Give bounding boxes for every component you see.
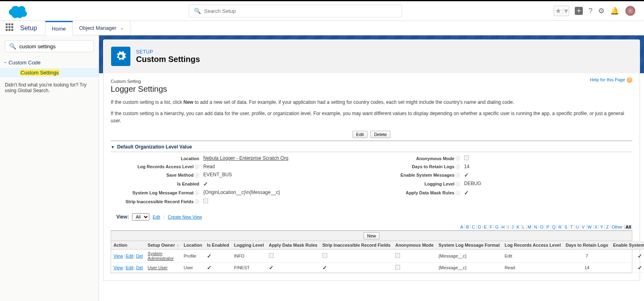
letter-filter-L[interactable]: L (521, 225, 526, 229)
label-is-enabled: Is Enabled (111, 181, 203, 187)
letter-filter-O[interactable]: O (539, 225, 545, 229)
label-log-level: Logging Leveli (372, 181, 464, 187)
cell-datamask: ✓ (266, 263, 320, 273)
sidebar-item-custom-settings[interactable]: Custom Settings (0, 68, 99, 77)
new-button[interactable]: New (363, 232, 380, 239)
gear-icon (111, 47, 130, 66)
app-nav: Setup Home Object Manager ⌄ (0, 21, 644, 35)
letter-filter-X[interactable]: X (593, 225, 599, 229)
app-title: Setup (20, 25, 37, 32)
letter-filter-U[interactable]: U (574, 225, 580, 229)
letter-filter-D[interactable]: D (477, 225, 483, 229)
letter-filter-M[interactable]: M (526, 225, 533, 229)
sidebar-search[interactable]: 🔍 (5, 40, 94, 52)
letter-filter-B[interactable]: B (465, 225, 471, 229)
tab-object-manager[interactable]: Object Manager ⌄ (73, 21, 131, 35)
letter-filter-F[interactable]: F (488, 225, 494, 229)
section-header[interactable]: ▼ Default Organization Level Value (111, 142, 632, 152)
global-search[interactable]: 🔍 (189, 4, 402, 17)
cell-strip: ✓ (320, 263, 393, 273)
view-select[interactable]: All (132, 213, 149, 221)
quick-find-input[interactable] (19, 43, 89, 49)
create-view-link[interactable]: Create New View (168, 214, 202, 219)
letter-filter-K[interactable]: K (515, 225, 521, 229)
global-search-input[interactable] (204, 8, 397, 14)
value-is-enabled: ✓ (203, 181, 372, 187)
value-location: Nebula Logger - Enterprise Scratch Org (203, 155, 372, 161)
col-days[interactable]: Days to Retain Logs (563, 241, 611, 249)
letter-filter-I[interactable]: I (506, 225, 510, 229)
col-location[interactable]: Location (181, 241, 204, 249)
edit-link[interactable]: Edit (126, 254, 134, 258)
tab-home[interactable]: Home (45, 21, 73, 35)
salesforce-logo[interactable] (8, 4, 29, 18)
row-actions: View|Edit|Del (111, 263, 145, 273)
letter-filter-E[interactable]: E (483, 225, 488, 229)
letter-filter-Y[interactable]: Y (599, 225, 605, 229)
del-link[interactable]: Del (136, 254, 143, 258)
cell-loglevel: INFO (231, 249, 266, 263)
record-title: Logger Settings (111, 85, 632, 94)
value-strip-fields (203, 198, 372, 204)
help-link[interactable]: Help for this Page? (590, 77, 632, 83)
search-icon: 🔍 (9, 43, 16, 49)
bell-icon[interactable]: 🔔 (610, 6, 619, 15)
favorite-button[interactable]: ★▾ (554, 6, 569, 16)
sidebar-item-label: Custom Code (8, 60, 40, 66)
letter-filter-G[interactable]: G (494, 225, 500, 229)
chevron-down-icon[interactable]: ⌄ (120, 26, 124, 30)
owner-link[interactable]: System Administrator (148, 251, 174, 261)
col-logLevel[interactable]: Logging Level (231, 241, 266, 249)
col-sysMsg[interactable]: Enable System Messages (611, 241, 644, 249)
letter-filter-Z[interactable]: Z (605, 225, 611, 229)
gear-icon[interactable]: ⚙ (598, 6, 605, 15)
letter-filter-other[interactable]: Other (610, 225, 624, 229)
del-link[interactable]: Del (136, 265, 143, 270)
col-access[interactable]: Log Records Access Level (502, 241, 564, 249)
col-owner[interactable]: Setup Owner ↑ (145, 241, 181, 249)
owner-link[interactable]: User User (148, 265, 168, 270)
edit-link[interactable]: Edit (126, 265, 134, 270)
letter-filter-V[interactable]: V (580, 225, 586, 229)
letter-filter-S[interactable]: S (563, 225, 569, 229)
value-msg-format: {OriginLocation__c}\n{Message__c} (203, 190, 372, 196)
delete-button[interactable]: Delete (370, 131, 390, 138)
col-dataMask[interactable]: Apply Data Mask Rules (266, 241, 320, 249)
letter-filter-N[interactable]: N (533, 225, 539, 229)
label-access-level: Log Records Access Leveli (111, 164, 203, 169)
col-action[interactable]: Action (111, 241, 145, 249)
view-link[interactable]: View (114, 254, 123, 258)
cell-owner: User User (145, 263, 181, 273)
col-enabled[interactable]: Is Enabled (204, 241, 231, 249)
col-msgFmt[interactable]: System Log Message Format (436, 241, 502, 249)
letter-filter: ABCDEFGHIJKLMNOPQRSTUVWXYZOtherAll (111, 224, 632, 231)
letter-filter-T[interactable]: T (569, 225, 575, 229)
letter-filter-W[interactable]: W (586, 225, 593, 229)
letter-filter-J[interactable]: J (510, 225, 516, 229)
add-button[interactable]: + (575, 7, 583, 15)
cell-msgfmt: {Message__c} (436, 249, 502, 263)
avatar[interactable] (625, 5, 636, 16)
location-link[interactable]: Nebula Logger - Enterprise Scratch Org (203, 155, 288, 161)
page-title: Custom Settings (136, 55, 200, 64)
letter-filter-H[interactable]: H (500, 225, 506, 229)
col-strip[interactable]: Strip Inaccessible Record Fields (320, 241, 393, 249)
cell-strip (320, 249, 393, 263)
col-anon[interactable]: Anonymous Mode (393, 241, 436, 249)
value-log-level: DEBUG (464, 181, 632, 187)
help-icon[interactable]: ? (588, 7, 592, 15)
cell-access: Read (502, 263, 564, 273)
label-strip-fields: Strip Inaccessible Record Fieldsi (111, 198, 203, 204)
letter-filter-C[interactable]: C (471, 225, 477, 229)
letter-filter-R[interactable]: R (557, 225, 563, 229)
app-launcher-icon[interactable] (6, 23, 15, 33)
letter-filter-Q[interactable]: Q (551, 225, 557, 229)
view-link[interactable]: View (114, 265, 123, 270)
cell-enabled: ✓ (204, 263, 231, 273)
edit-button[interactable]: Edit (353, 131, 367, 138)
edit-view-link[interactable]: Edit (153, 214, 160, 219)
letter-filter-A[interactable]: A (459, 225, 464, 229)
sidebar-item-custom-code[interactable]: › Custom Code (0, 57, 99, 68)
letter-filter-all[interactable]: All (624, 225, 632, 229)
letter-filter-P[interactable]: P (545, 225, 551, 229)
